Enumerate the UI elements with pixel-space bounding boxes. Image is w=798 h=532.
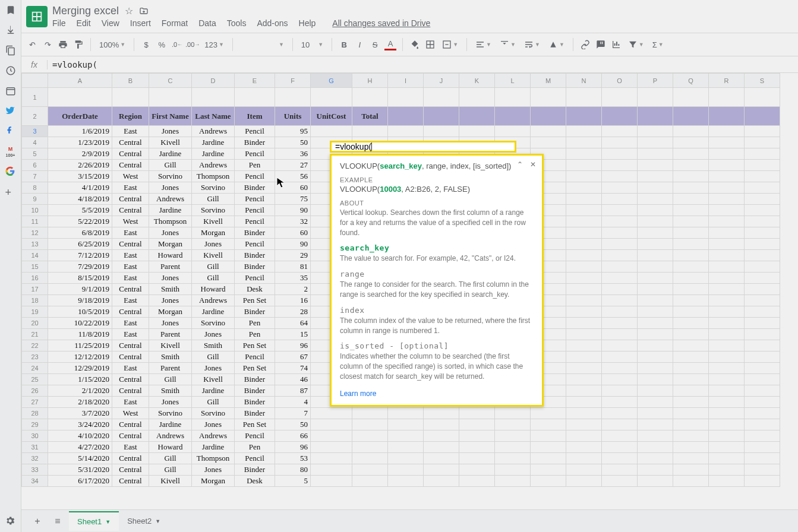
cell-R32[interactable] [709, 453, 745, 464]
column-header-C[interactable]: C [149, 74, 192, 88]
cell-E9[interactable]: Pencil [235, 194, 275, 205]
column-header-E[interactable]: E [235, 74, 275, 88]
cell-S25[interactable] [745, 374, 780, 385]
cell-K28[interactable] [459, 408, 495, 419]
cell-S1[interactable] [745, 88, 780, 107]
copy-icon[interactable] [5, 45, 16, 56]
cell-B23[interactable]: Central [112, 352, 149, 363]
cell-Q21[interactable] [673, 329, 709, 340]
cell-F29[interactable]: 50 [275, 419, 311, 430]
cell-F30[interactable]: 66 [275, 430, 311, 442]
cell-O9[interactable] [602, 194, 638, 205]
cell-editor[interactable]: =vlookup( [330, 141, 516, 153]
strikethrough-icon[interactable]: S [369, 39, 381, 50]
cell-A17[interactable]: 9/1/2019 [48, 284, 112, 295]
cell-N30[interactable] [566, 430, 602, 442]
add-sheet-button[interactable]: + [29, 512, 46, 530]
cell-B2[interactable]: Region [112, 107, 149, 126]
cell-F6[interactable]: 27 [275, 160, 311, 171]
cell-O32[interactable] [602, 453, 638, 464]
cell-A28[interactable]: 3/7/2020 [48, 408, 112, 419]
cell-N24[interactable] [566, 363, 602, 374]
sheets-doc-icon[interactable] [26, 6, 48, 27]
cell-E31[interactable]: Pen [235, 442, 275, 453]
cell-S26[interactable] [745, 385, 780, 397]
cell-S21[interactable] [745, 329, 780, 340]
cell-Q7[interactable] [673, 171, 709, 182]
cell-E13[interactable]: Pencil [235, 239, 275, 250]
cell-B26[interactable]: Central [112, 385, 149, 397]
cell-E23[interactable]: Pencil [235, 352, 275, 363]
cell-A9[interactable]: 4/18/2019 [48, 194, 112, 205]
cell-M31[interactable] [531, 442, 566, 453]
cell-E18[interactable]: Pen Set [235, 295, 275, 306]
cell-E28[interactable]: Binder [235, 408, 275, 419]
cell-B11[interactable]: West [112, 216, 149, 227]
cell-O4[interactable] [602, 137, 638, 148]
cell-D4[interactable]: Jardine [192, 137, 235, 148]
cell-I29[interactable] [388, 419, 424, 430]
cell-M3[interactable] [531, 126, 566, 137]
collapse-icon[interactable]: ⌃ [517, 160, 523, 169]
cell-P7[interactable] [638, 171, 673, 182]
cell-D18[interactable]: Andrews [192, 295, 235, 306]
cell-K34[interactable] [459, 476, 495, 487]
cell-Q10[interactable] [673, 205, 709, 216]
cell-P6[interactable] [638, 160, 673, 171]
cell-Q32[interactable] [673, 453, 709, 464]
cell-B9[interactable]: Central [112, 194, 149, 205]
cell-P23[interactable] [638, 352, 673, 363]
cell-S20[interactable] [745, 318, 780, 329]
cell-P33[interactable] [638, 464, 673, 476]
cell-Q31[interactable] [673, 442, 709, 453]
row-header-26[interactable]: 26 [22, 385, 48, 397]
cell-C14[interactable]: Howard [149, 250, 192, 261]
column-header-Q[interactable]: Q [673, 74, 709, 88]
cell-O1[interactable] [602, 88, 638, 107]
cell-P2[interactable] [638, 107, 673, 126]
cell-Q4[interactable] [673, 137, 709, 148]
fx-icon[interactable]: fx [21, 60, 48, 69]
merge-cells-icon[interactable]: ▼ [440, 39, 460, 50]
cell-P16[interactable] [638, 273, 673, 284]
menu-edit[interactable]: Edit [77, 18, 91, 28]
cell-Q18[interactable] [673, 295, 709, 306]
cell-S17[interactable] [745, 284, 780, 295]
cell-D2[interactable]: Last Name [192, 107, 235, 126]
cell-B16[interactable]: East [112, 273, 149, 284]
text-color-icon[interactable]: A [384, 39, 396, 50]
cell-O28[interactable] [602, 408, 638, 419]
cell-E8[interactable]: Binder [235, 182, 275, 194]
cell-I2[interactable] [388, 107, 424, 126]
cell-I28[interactable] [388, 408, 424, 419]
cell-R22[interactable] [709, 340, 745, 352]
column-header-N[interactable]: N [566, 74, 602, 88]
google-icon[interactable] [5, 166, 16, 177]
cell-F19[interactable]: 28 [275, 306, 311, 318]
cell-O16[interactable] [602, 273, 638, 284]
cell-E29[interactable]: Pen Set [235, 419, 275, 430]
cell-O19[interactable] [602, 306, 638, 318]
cell-J29[interactable] [424, 419, 459, 430]
cell-B5[interactable]: Central [112, 148, 149, 160]
undo-icon[interactable]: ↶ [26, 39, 38, 50]
cell-Q24[interactable] [673, 363, 709, 374]
cell-O5[interactable] [602, 148, 638, 160]
cell-J33[interactable] [424, 464, 459, 476]
cell-N17[interactable] [566, 284, 602, 295]
cell-A2[interactable]: OrderDate [48, 107, 112, 126]
cell-F5[interactable]: 36 [275, 148, 311, 160]
cell-C34[interactable]: Kivell [149, 476, 192, 487]
cell-D25[interactable]: Kivell [192, 374, 235, 385]
cell-D13[interactable]: Jones [192, 239, 235, 250]
cell-C1[interactable] [149, 88, 192, 107]
cell-G32[interactable] [311, 453, 352, 464]
cell-E26[interactable]: Binder [235, 385, 275, 397]
cell-R23[interactable] [709, 352, 745, 363]
cell-E20[interactable]: Pen [235, 318, 275, 329]
cell-L3[interactable] [495, 126, 531, 137]
cell-C11[interactable]: Thompson [149, 216, 192, 227]
cell-G29[interactable] [311, 419, 352, 430]
cell-E27[interactable]: Binder [235, 397, 275, 408]
row-header-10[interactable]: 10 [22, 205, 48, 216]
